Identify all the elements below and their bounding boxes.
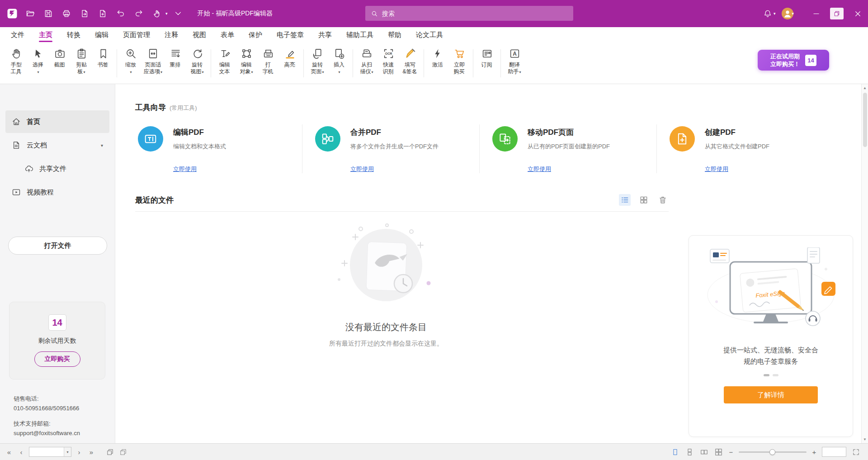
sidebar-item-video-tutorials[interactable]: 视频教程 [5,181,109,204]
menu-protect[interactable]: 保护 [241,28,269,43]
ribbon-button-activate[interactable]: 激活 [427,46,448,69]
zoom-level-input[interactable] [822,447,846,456]
menu-form[interactable]: 表单 [213,28,241,43]
vertical-scrollbar[interactable]: ▲ ▼ [861,84,868,443]
continuous-facing-view-icon[interactable] [713,447,723,457]
menu-paper-tools[interactable]: 论文工具 [409,28,450,43]
grid-view-icon[interactable] [638,194,650,206]
chevron-down-icon[interactable]: ▾ [64,447,71,456]
snapshot-area-icon[interactable] [118,447,128,457]
ribbon-button-fit-options[interactable]: 页面适 应选项▾ [142,46,165,76]
carousel-dot[interactable] [773,374,778,376]
tool-card-move-pdf-pages[interactable]: 移动PDF页面 从已有的PDF页面创建新的PDF 立即使用 [479,124,656,173]
sidebar-item-cloud-docs[interactable]: 云文档 ▾ [5,134,109,156]
ribbon-button-from-scanner[interactable]: 从扫 描仪▾ [356,46,377,76]
menu-comment[interactable]: 注释 [157,28,185,43]
ribbon-button-edit-text[interactable]: 编辑 文本 [214,46,236,76]
chevron-down-icon[interactable]: ▾ [165,11,168,16]
touch-mode-icon[interactable] [149,6,165,21]
ribbon-button-snapshot[interactable]: 截图 [49,46,71,69]
close-button[interactable] [847,0,868,27]
ribbon-button-insert[interactable]: 插入 ▾ [328,46,350,76]
menu-share[interactable]: 共享 [311,28,339,43]
snapshot-pages-icon[interactable] [105,447,115,457]
page-number-input[interactable] [29,447,64,456]
ribbon-button-edit-object[interactable]: 编辑 对象▾ [236,46,257,76]
ribbon-button-subscribe[interactable]: 订阅 [476,46,498,69]
menu-file[interactable]: 文件 [4,28,32,43]
chevron-down-icon[interactable]: ▾ [792,11,794,16]
menu-page-management[interactable]: 页面管理 [116,28,157,43]
save-icon[interactable] [41,6,56,21]
scroll-down-icon[interactable]: ▼ [863,436,867,443]
undo-icon[interactable] [113,6,128,21]
ribbon-button-rotate-pages[interactable]: 旋转 页面▾ [307,46,328,76]
ribbon-button-rotate-view[interactable]: 旋转 视图▾ [186,46,208,76]
use-now-link[interactable]: 立即使用 [528,165,551,173]
chevron-down-icon[interactable]: ▾ [774,11,776,16]
ribbon-button-buy-now[interactable]: 立即 购买 [448,46,470,76]
ribbon-button-typewriter[interactable]: 打 字机 [257,46,279,76]
page-number-box[interactable]: ▾ [29,447,71,457]
menu-accessibility[interactable]: 辅助工具 [339,28,381,43]
ribbon-button-highlight[interactable]: 高亮 [279,46,301,69]
use-now-link[interactable]: 立即使用 [173,165,197,173]
scrollbar-thumb[interactable] [863,93,867,147]
create-pdf-quick-icon[interactable] [95,6,110,21]
search-input[interactable] [382,10,568,17]
ribbon-button-quick-ocr[interactable]: OCR 快速 识别 [377,46,399,76]
prev-page-icon[interactable]: ‹ [17,448,26,456]
ribbon-toggle-icon[interactable] [170,6,186,21]
zoom-slider-thumb[interactable] [769,449,775,455]
facing-view-icon[interactable] [699,447,709,457]
last-page-icon[interactable]: » [87,448,96,456]
ribbon-button-bookmark[interactable]: 书签 [92,46,114,69]
ribbon-button-fill-sign[interactable]: 填写 &签名 [399,46,421,76]
zoom-in-icon[interactable]: + [811,448,817,456]
menu-view[interactable]: 视图 [185,28,213,43]
first-page-icon[interactable]: « [5,448,14,456]
use-now-link[interactable]: 立即使用 [350,165,374,173]
learn-more-button[interactable]: 了解详情 [724,386,818,403]
menu-convert[interactable]: 转换 [60,28,88,43]
notifications-bell-icon[interactable] [760,6,775,21]
ribbon-button-translate-assistant[interactable]: A 翻译 助手▾ [504,46,525,76]
ribbon-button-zoom[interactable]: 缩放 ▾ [120,46,142,76]
zoom-out-icon[interactable]: − [728,448,734,456]
next-page-icon[interactable]: › [75,448,84,456]
menu-home[interactable]: 主页 [32,28,60,43]
use-now-link[interactable]: 立即使用 [705,165,728,173]
list-view-icon[interactable] [619,194,631,206]
ribbon-button-clipboard[interactable]: 剪贴 板▾ [71,46,92,76]
chevron-down-icon[interactable]: ▾ [101,143,103,148]
buy-now-button[interactable]: 立即购买 [34,351,80,367]
redo-icon[interactable] [131,6,146,21]
sidebar-item-home[interactable]: 首页 [5,110,109,133]
trash-icon[interactable] [657,194,669,206]
scroll-up-icon[interactable]: ▲ [863,84,867,92]
restore-window-button[interactable] [826,0,847,27]
zoom-level-box[interactable] [822,447,846,457]
continuous-view-icon[interactable] [684,447,694,457]
menu-esign[interactable]: 电子签章 [269,28,311,43]
tool-card-edit-pdf[interactable]: 编辑PDF 编辑文档和文本格式 立即使用 [135,124,302,173]
open-file-button[interactable]: 打开文件 [8,237,107,255]
ribbon-button-hand-tool[interactable]: 手型 工具 [5,46,27,76]
ribbon-button-reflow[interactable]: 重排 [165,46,186,69]
ribbon-button-select[interactable]: 选择 ▾ [27,46,49,76]
print-icon[interactable] [59,6,74,21]
open-file-icon[interactable] [23,6,38,21]
trial-badge[interactable]: 正在试用期 立即购买！ 14 [758,50,829,71]
single-page-view-icon[interactable] [670,447,680,457]
minimize-button[interactable] [806,0,826,27]
carousel-dot-active[interactable] [764,374,769,376]
tool-card-merge-pdf[interactable]: 合并PDF 将多个文件合并生成一个PDF文件 立即使用 [302,124,479,173]
menu-help[interactable]: 帮助 [381,28,409,43]
tool-card-create-pdf[interactable]: 创建PDF 从其它格式文件创建PDF 立即使用 [656,124,834,173]
sidebar-item-shared-files[interactable]: 共享文件 [5,157,109,180]
menu-edit[interactable]: 编辑 [88,28,116,43]
support-email-address[interactable]: support@foxitsoftware.cn [14,428,80,438]
search-box[interactable] [365,6,573,21]
fullscreen-icon[interactable] [851,447,861,457]
export-pdf-icon[interactable] [77,6,92,21]
